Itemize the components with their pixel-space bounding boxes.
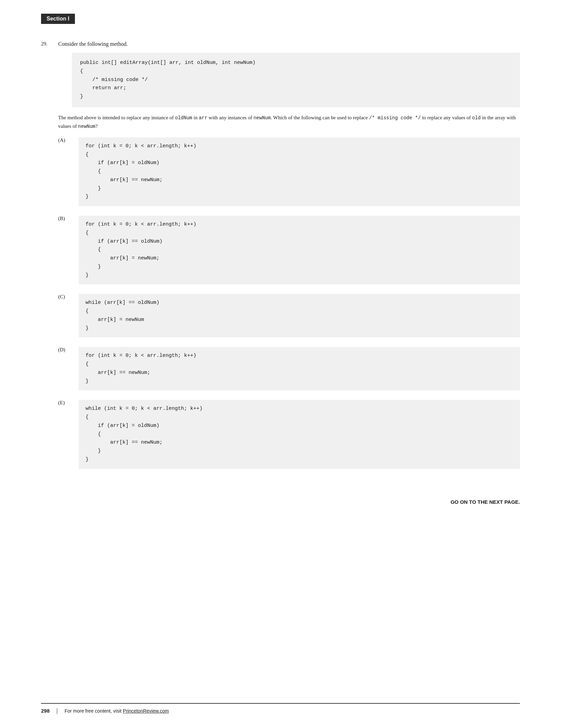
footer-divider: | [56, 707, 58, 714]
method-code-block: public int[] editArray(int[] arr, int ol… [58, 53, 520, 107]
option-e-code: while (int k = 0; k < arr.length; k++) {… [79, 400, 520, 469]
footer-page-number: 298 [41, 708, 50, 714]
method-code: public int[] editArray(int[] arr, int ol… [72, 53, 520, 107]
option-d-code: for (int k = 0; k < arr.length; k++) { a… [79, 347, 520, 390]
footer-text-label: For more free content, visit [65, 708, 123, 714]
option-b-code: for (int k = 0; k < arr.length; k++) { i… [79, 216, 520, 284]
oldnum-inline: oldNum [175, 115, 192, 121]
option-a-code: for (int k = 0; k < arr.length; k++) { i… [79, 137, 520, 206]
option-d-label: (D) [58, 347, 79, 353]
question-description: The method above is intended to replace … [58, 113, 517, 131]
missing-code-inline: /* missing code */ [369, 115, 421, 121]
option-d: (D) for (int k = 0; k < arr.length; k++)… [58, 347, 520, 390]
option-e: (E) while (int k = 0; k < arr.length; k+… [58, 400, 520, 469]
option-c-label: (C) [58, 294, 79, 300]
page-footer: 298 | For more free content, visit Princ… [41, 703, 520, 714]
question-number: 29. [41, 41, 58, 47]
option-a: (A) for (int k = 0; k < arr.length; k++)… [58, 137, 520, 206]
option-a-label: (A) [58, 137, 79, 143]
option-e-label: (E) [58, 400, 79, 406]
go-on-text: GO ON TO THE NEXT PAGE. [41, 499, 520, 505]
option-b: (B) for (int k = 0; k < arr.length; k++)… [58, 216, 520, 284]
old-inline: old [472, 115, 481, 121]
question-intro: Consider the following method. [58, 41, 520, 47]
footer-text: For more free content, visit PrincetonRe… [65, 708, 169, 714]
newnum-inline2: newNum [78, 124, 95, 129]
question-body: Consider the following method. public in… [58, 41, 520, 478]
answer-options: (A) for (int k = 0; k < arr.length; k++)… [58, 137, 520, 469]
option-b-label: (B) [58, 216, 79, 221]
arr-inline: arr [199, 115, 207, 121]
section-badge: Section I [41, 14, 520, 41]
question-29: 29. Consider the following method. publi… [41, 41, 520, 478]
newnum-inline: newNum [253, 115, 271, 121]
footer-link[interactable]: PrincetonReview.com [123, 708, 169, 714]
option-c: (C) while (arr[k] == oldNum) { arr[k] = … [58, 294, 520, 337]
option-c-code: while (arr[k] == oldNum) { arr[k] = newN… [79, 294, 520, 337]
